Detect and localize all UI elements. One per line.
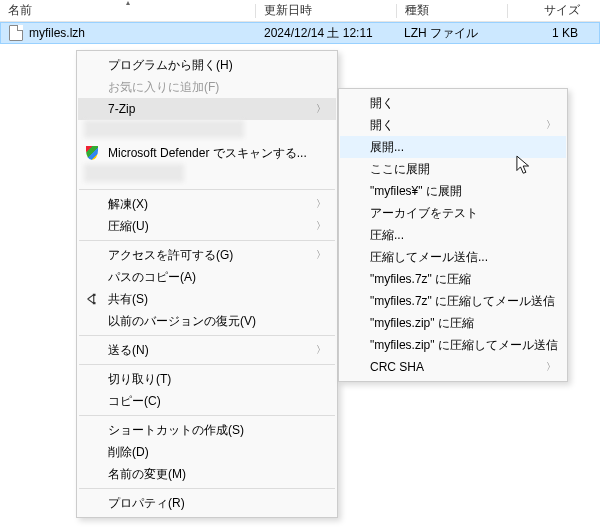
- menu-compress[interactable]: 圧縮(U) 〉: [78, 215, 336, 237]
- menu-separator: [79, 335, 335, 336]
- submenu-extract-to[interactable]: "myfiles¥" に展開: [340, 180, 566, 202]
- chevron-right-icon: 〉: [316, 197, 326, 211]
- menu-cut[interactable]: 切り取り(T): [78, 368, 336, 390]
- menu-grant-access[interactable]: アクセスを許可する(G) 〉: [78, 244, 336, 266]
- submenu-open-as[interactable]: 開く 〉: [340, 114, 566, 136]
- column-header-date[interactable]: 更新日時: [256, 0, 396, 21]
- file-size: 1 KB: [552, 26, 578, 40]
- menu-rename[interactable]: 名前の変更(M): [78, 463, 336, 485]
- menu-properties[interactable]: プロパティ(R): [78, 492, 336, 514]
- menu-send-to[interactable]: 送る(N) 〉: [78, 339, 336, 361]
- chevron-right-icon: 〉: [546, 118, 556, 132]
- submenu-to-zip-mail[interactable]: "myfiles.zip" に圧縮してメール送信: [340, 334, 566, 356]
- menu-copy[interactable]: コピー(C): [78, 390, 336, 412]
- file-name: myfiles.lzh: [29, 26, 85, 40]
- shield-icon: [84, 145, 100, 161]
- redacted-icon: [84, 120, 244, 138]
- menu-separator: [79, 189, 335, 190]
- sort-caret-up-icon: ▴: [126, 0, 130, 7]
- chevron-right-icon: 〉: [546, 360, 556, 374]
- submenu-extract[interactable]: 展開...: [340, 136, 566, 158]
- menu-extract[interactable]: 解凍(X) 〉: [78, 193, 336, 215]
- submenu-compress[interactable]: 圧縮...: [340, 224, 566, 246]
- submenu-to-zip[interactable]: "myfiles.zip" に圧縮: [340, 312, 566, 334]
- menu-share[interactable]: 共有(S): [78, 288, 336, 310]
- menu-add-favorite[interactable]: お気に入りに追加(F): [78, 76, 336, 98]
- menu-delete[interactable]: 削除(D): [78, 441, 336, 463]
- column-header-size[interactable]: サイズ: [508, 0, 588, 21]
- submenu-compress-mail[interactable]: 圧縮してメール送信...: [340, 246, 566, 268]
- menu-separator: [79, 415, 335, 416]
- column-header-kind[interactable]: 種類: [397, 0, 507, 21]
- submenu-to-7z[interactable]: "myfiles.7z" に圧縮: [340, 268, 566, 290]
- column-header-row: ▴ 名前 更新日時 種類 サイズ: [0, 0, 600, 22]
- file-icon: [9, 25, 23, 41]
- svg-rect-0: [93, 294, 96, 296]
- file-row-selected[interactable]: myfiles.lzh 2024/12/14 土 12:11 LZH ファイル …: [0, 22, 600, 44]
- submenu-to-7z-mail[interactable]: "myfiles.7z" に圧縮してメール送信: [340, 290, 566, 312]
- chevron-right-icon: 〉: [316, 248, 326, 262]
- menu-item-redacted[interactable]: [78, 164, 336, 186]
- svg-rect-1: [93, 302, 96, 304]
- menu-7zip[interactable]: 7-Zip 〉: [78, 98, 336, 120]
- column-header-name[interactable]: ▴ 名前: [0, 0, 255, 21]
- menu-create-shortcut[interactable]: ショートカットの作成(S): [78, 419, 336, 441]
- menu-item-redacted[interactable]: [78, 120, 336, 142]
- share-icon: [84, 291, 100, 307]
- file-kind: LZH ファイル: [404, 25, 478, 42]
- menu-restore-previous[interactable]: 以前のバージョンの復元(V): [78, 310, 336, 332]
- column-label: 名前: [8, 2, 32, 19]
- column-label: 更新日時: [264, 2, 312, 19]
- chevron-right-icon: 〉: [316, 219, 326, 233]
- file-date: 2024/12/14 土 12:11: [264, 25, 373, 42]
- menu-open-with[interactable]: プログラムから開く(H): [78, 54, 336, 76]
- menu-separator: [79, 364, 335, 365]
- column-label: 種類: [405, 2, 429, 19]
- menu-separator: [79, 488, 335, 489]
- menu-defender-scan[interactable]: Microsoft Defender でスキャンする...: [78, 142, 336, 164]
- submenu-test-archive[interactable]: アーカイブをテスト: [340, 202, 566, 224]
- column-label: サイズ: [544, 2, 580, 19]
- context-menu: プログラムから開く(H) お気に入りに追加(F) 7-Zip 〉 Microso…: [76, 50, 338, 518]
- chevron-right-icon: 〉: [316, 102, 326, 116]
- chevron-right-icon: 〉: [316, 343, 326, 357]
- redacted-icon: [84, 164, 184, 182]
- submenu-crc-sha[interactable]: CRC SHA 〉: [340, 356, 566, 378]
- submenu-extract-here[interactable]: ここに展開: [340, 158, 566, 180]
- menu-separator: [79, 240, 335, 241]
- submenu-open[interactable]: 開く: [340, 92, 566, 114]
- submenu-7zip: 開く 開く 〉 展開... ここに展開 "myfiles¥" に展開 アーカイブ…: [338, 88, 568, 382]
- menu-copy-path[interactable]: パスのコピー(A): [78, 266, 336, 288]
